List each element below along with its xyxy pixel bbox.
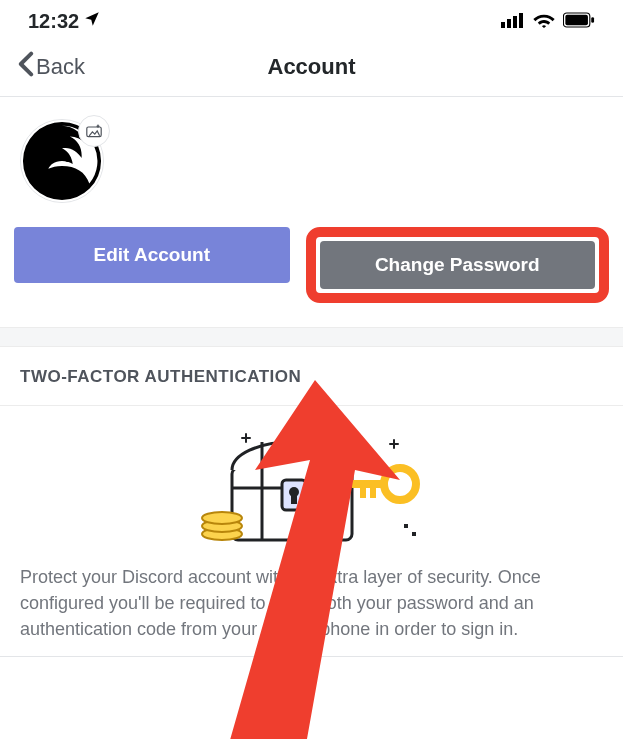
- page-title: Account: [268, 54, 356, 80]
- edit-account-label: Edit Account: [94, 244, 210, 266]
- svg-point-23: [202, 512, 242, 524]
- highlight-box: Change Password: [306, 227, 610, 303]
- divider: [0, 656, 623, 657]
- svg-point-24: [384, 468, 416, 500]
- change-password-label: Change Password: [375, 254, 540, 276]
- svg-rect-27: [370, 488, 376, 498]
- svg-rect-26: [360, 488, 366, 498]
- back-button[interactable]: Back: [18, 51, 85, 82]
- section-gap: [0, 327, 623, 347]
- chevron-left-icon: [18, 51, 34, 82]
- location-icon: [83, 10, 101, 33]
- svg-rect-1: [507, 19, 511, 28]
- account-buttons-row: Edit Account Change Password: [0, 213, 623, 327]
- edit-account-button[interactable]: Edit Account: [14, 227, 290, 283]
- wifi-icon: [533, 10, 555, 33]
- profile-section: [0, 97, 623, 213]
- svg-point-11: [352, 428, 356, 432]
- status-time: 12:32: [28, 10, 79, 33]
- svg-rect-12: [404, 524, 408, 528]
- status-bar: 12:32: [0, 0, 623, 39]
- svg-rect-13: [412, 532, 416, 536]
- svg-rect-3: [519, 13, 523, 28]
- change-password-button[interactable]: Change Password: [320, 241, 596, 289]
- svg-rect-2: [513, 16, 517, 28]
- svg-rect-0: [501, 22, 505, 28]
- back-label: Back: [36, 54, 85, 80]
- nav-header: Back Account: [0, 39, 623, 96]
- edit-image-icon[interactable]: [78, 115, 110, 147]
- svg-rect-5: [565, 15, 588, 25]
- twofa-section-header: TWO-FACTOR AUTHENTICATION: [0, 347, 623, 406]
- twofa-description: Protect your Discord account with an ext…: [0, 556, 623, 656]
- svg-rect-20: [291, 494, 297, 504]
- signal-icon: [501, 10, 525, 33]
- svg-point-8: [65, 156, 71, 162]
- svg-rect-6: [591, 17, 594, 23]
- twofa-illustration: [0, 406, 623, 556]
- battery-icon: [563, 10, 595, 33]
- avatar-wrap: [20, 119, 104, 203]
- svg-rect-25: [352, 480, 388, 488]
